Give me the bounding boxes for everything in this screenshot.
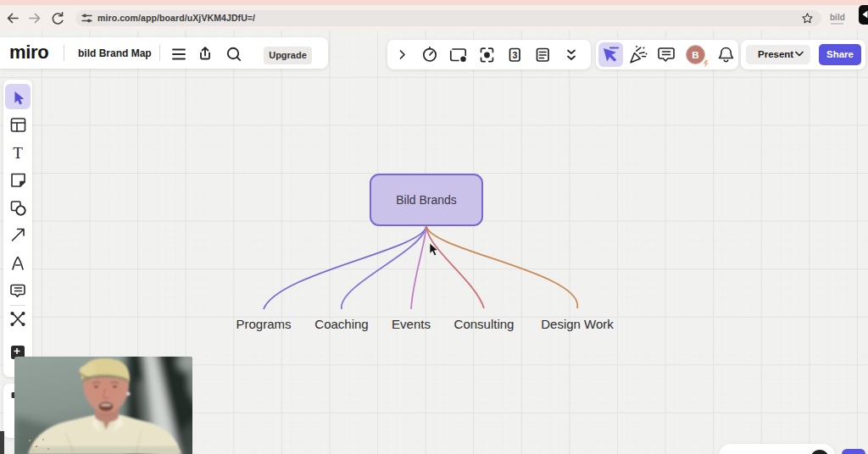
svg-text:3: 3 bbox=[512, 50, 517, 60]
svg-text:T: T bbox=[13, 144, 23, 162]
